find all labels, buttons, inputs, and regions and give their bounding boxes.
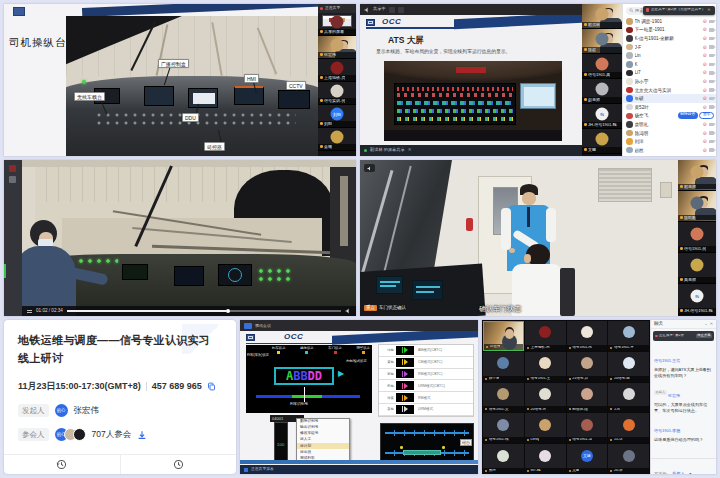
camera-off-icon[interactable] <box>709 37 714 41</box>
video-tile[interactable]: 陈超 <box>582 29 622 54</box>
attendee-avatar[interactable] <box>73 428 86 441</box>
video-tile[interactable]: 高老师 <box>678 253 716 284</box>
gallery-tile[interactable]: 薛小康 <box>483 352 524 382</box>
camera-off-icon[interactable] <box>709 105 714 109</box>
participant-row[interactable]: 孙小宇 解除静音 举手 ⊘ <box>623 77 716 86</box>
copy-icon[interactable] <box>207 382 216 391</box>
unmute-button[interactable]: 解除静音 <box>678 112 698 119</box>
mic-off-icon[interactable]: ⊘ <box>703 45 707 50</box>
mic-off-icon[interactable]: ⊘ <box>703 122 707 127</box>
camera-off-icon[interactable] <box>709 97 714 101</box>
video-progress-bar[interactable] <box>67 310 341 312</box>
gallery-tile[interactable]: 15-张 <box>608 413 649 443</box>
mic-off-icon[interactable]: ⊘ <box>703 19 707 24</box>
download-icon[interactable] <box>137 430 147 440</box>
host-avatar[interactable]: 初心 <box>55 404 68 417</box>
participant-row[interactable]: 黄52叶 解除静音 举手 ⊘ <box>623 103 716 112</box>
mic-off-icon[interactable]: ⊘ <box>703 96 707 101</box>
chat-messages[interactable]: 信号1901-王浩 老师好，请问ATS大屏上能看到全线所有列车吗？ 发起人张宏伟… <box>651 343 716 458</box>
close-share-pill-icon[interactable]: ✕ <box>408 148 412 153</box>
mic-off-icon[interactable]: ⊘ <box>703 131 707 136</box>
video-tile[interactable]: 魏 JH-信号1901-魏 <box>678 284 716 315</box>
participant-row[interactable]: K-信号1901-金麒麟 解除静音 举手 ⊘ <box>623 34 716 43</box>
video-tile[interactable]: 魏 JH-信号1901-魏 <box>582 104 622 129</box>
collapse-icon[interactable]: ⌄ <box>704 322 707 326</box>
mic-off-icon[interactable]: ⊘ <box>703 70 707 75</box>
participant-row[interactable]: Th 调度-1901 解除静音 举手 ⊘ <box>623 17 716 26</box>
participant-row[interactable]: 陈冯明 解除静音 举手 ⊘ <box>623 129 716 138</box>
gallery-tile[interactable]: 21信号-郑 <box>567 352 608 382</box>
caret-icon[interactable]: ▾ <box>689 471 691 474</box>
close-icon[interactable]: ✕ <box>710 322 713 326</box>
video-tile[interactable]: 张宏伟 <box>318 36 356 59</box>
gallery-tile[interactable]: 制动班-陆 <box>567 383 608 413</box>
gallery-tile[interactable]: 信号1901-陈 <box>567 321 608 351</box>
mic-off-icon[interactable]: ⊘ <box>703 53 707 58</box>
mic-off-icon[interactable]: ⊘ <box>703 139 707 144</box>
mic-off-icon[interactable]: ⊘ <box>703 105 707 110</box>
video-tile[interactable]: 信号1901-何 <box>678 222 716 253</box>
mic-off-icon[interactable]: ⊘ <box>703 62 707 67</box>
video-tile[interactable]: 上海地铁-周 <box>318 59 356 82</box>
sidebar-icon[interactable] <box>9 165 16 172</box>
camera-off-icon[interactable] <box>709 71 714 75</box>
camera-off-icon[interactable] <box>709 148 714 152</box>
video-tile[interactable]: 信号1901-高 <box>582 54 622 79</box>
camera-off-icon[interactable] <box>709 123 714 127</box>
video-tile[interactable]: 郭洪林 <box>582 4 622 29</box>
send-to-target[interactable]: 所有人 <box>672 471 685 474</box>
mic-off-icon[interactable]: ⊘ <box>703 36 707 41</box>
participant-row[interactable]: Lin 解除静音 举手 ⊘ <box>623 51 716 60</box>
sidebar-icon[interactable] <box>9 176 16 183</box>
training-video-frame[interactable]: 重点 车门状态确认 确认车门状态 <box>360 160 678 316</box>
gallery-tile[interactable]: 20信号-杨 <box>608 352 649 382</box>
video-tile[interactable]: 信号实训-何 <box>318 82 356 105</box>
gallery-tile[interactable]: 信号1901-李 <box>608 321 649 351</box>
participant-row[interactable]: 下一站是-1901 解除静音 举手 ⊘ <box>623 26 716 35</box>
camera-off-icon[interactable] <box>709 54 714 58</box>
gallery-tile[interactable]: 20-宋 <box>608 444 649 474</box>
camera-off-icon[interactable] <box>709 45 714 49</box>
playlist-icon[interactable] <box>27 309 32 313</box>
participant-row[interactable]: 杨空飞 解除静音 举手 ⊘ <box>623 112 716 121</box>
camera-off-icon[interactable] <box>709 140 714 144</box>
tooltip-close-icon[interactable]: ✕ <box>707 8 710 12</box>
gallery-tile[interactable]: 信号1901-赵 <box>567 413 608 443</box>
camera-off-icon[interactable] <box>709 28 714 32</box>
participant-row[interactable]: J-F 解除静音 举手 ⊘ <box>623 43 716 52</box>
camera-off-icon[interactable] <box>709 88 714 92</box>
hand-button[interactable]: 举手 <box>699 112 714 119</box>
gallery-tile[interactable]: Leroy <box>525 413 566 443</box>
mic-off-icon[interactable]: ⊘ <box>703 27 707 32</box>
gallery-tile[interactable]: 信号1901-吴 <box>483 383 524 413</box>
participant-row[interactable]: K 解除静音 举手 ⊘ <box>623 60 716 69</box>
gallery-tile[interactable]: W7-魏 <box>525 444 566 474</box>
video-tile[interactable]: 文曦 <box>582 129 622 154</box>
video-tile[interactable]: 共享的屏幕 <box>318 13 356 36</box>
video-tile[interactable]: 郭老师 <box>678 160 716 191</box>
mic-off-icon[interactable]: ⊘ <box>703 148 707 153</box>
video-overlay-pill[interactable] <box>364 164 375 172</box>
gallery-tile[interactable]: 窦丹 <box>483 444 524 474</box>
camera-off-icon[interactable] <box>709 80 714 84</box>
sharing-tooltip[interactable]: 正在共享: 第2屏（点击停止共享） ✕ <box>643 6 715 15</box>
gallery-tile[interactable]: 张宏伟 <box>483 321 524 351</box>
video-tile[interactable]: 金珊 <box>318 128 356 151</box>
gallery-tile[interactable]: 20信号-孙 <box>525 383 566 413</box>
participant-row[interactable]: 北京交大信号实训 解除静音 举手 ⊘ <box>623 86 716 95</box>
gallery-tile[interactable]: 信号1901-钱 <box>483 413 524 443</box>
progress-handle[interactable] <box>226 309 230 313</box>
participant-row[interactable]: 刘洋 解除静音 举手 ⊘ <box>623 137 716 146</box>
participant-row[interactable]: 年硕 解除静音 举手 ⊘ <box>623 94 716 103</box>
participant-row[interactable]: Li7 解除静音 举手 ⊘ <box>623 69 716 78</box>
participant-row[interactable]: 赵然 解除静音 举手 ⊘ <box>623 146 716 155</box>
mic-off-icon[interactable]: ⊘ <box>703 79 707 84</box>
volume-icon[interactable] <box>345 308 351 314</box>
mic-off-icon[interactable]: ⊘ <box>703 88 707 93</box>
video-tile[interactable]: 赵老师 <box>582 79 622 104</box>
video-tile[interactable]: 陈助教 <box>678 191 716 222</box>
stop-share-button[interactable]: 停止共享 <box>696 334 712 339</box>
cab-video-frame[interactable]: 01:02 / 02:34 <box>22 160 356 316</box>
video-tile[interactable]: 刘阳 刘阳 <box>318 105 356 128</box>
stop-share-button[interactable] <box>398 7 404 13</box>
